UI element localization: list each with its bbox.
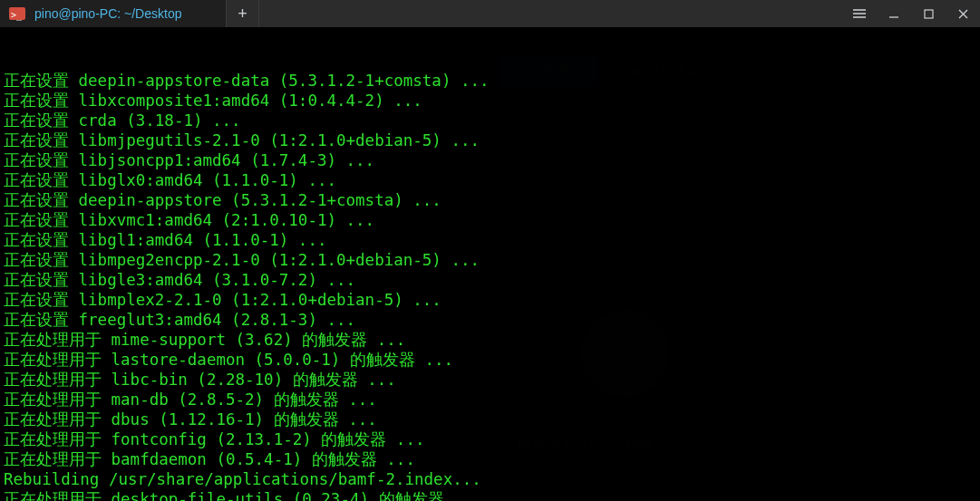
terminal-line: 正在设置 libmjpegutils-2.1-0 (1:2.1.0+debian… (4, 130, 976, 150)
terminal-line: 正在设置 libmpeg2encpp-2.1-0 (1:2.1.0+debian… (4, 250, 976, 270)
terminal-line: 正在设置 deepin-appstore-data (5.3.1.2-1+com… (4, 71, 976, 91)
terminal-line: 正在设置 libglx0:amd64 (1.1.0-1) ... (4, 170, 976, 190)
maximize-button[interactable] (911, 0, 946, 27)
terminal-line: 正在处理用于 desktop-file-utils (0.23-4) 的触发器 … (4, 489, 976, 501)
terminal-line: 正在处理用于 lastore-daemon (5.0.0-1) 的触发器 ... (4, 350, 976, 370)
terminal-line: 正在设置 libxvmc1:amd64 (2:1.0.10-1) ... (4, 210, 976, 230)
terminal-line: 正在设置 libjsoncpp1:amd64 (1.7.4-3) ... (4, 150, 976, 170)
terminal-line: 正在设置 freeglut3:amd64 (2.8.1-3) ... (4, 310, 976, 330)
terminal-output[interactable]: 正在设置 deepin-appstore-data (5.3.1.2-1+com… (0, 27, 980, 501)
terminal-line: 正在设置 deepin-appstore (5.3.1.2-1+comsta) … (4, 190, 976, 210)
terminal-line: 正在设置 libgle3:amd64 (3.1.0-7.2) ... (4, 270, 976, 290)
terminal-line: 正在设置 libmplex2-2.1-0 (1:2.1.0+debian-5) … (4, 290, 976, 310)
terminal-line: 正在处理用于 dbus (1.12.16-1) 的触发器 ... (4, 409, 976, 429)
terminal-line: 正在处理用于 bamfdaemon (0.5.4-1) 的触发器 ... (4, 449, 976, 469)
terminal-line: 正在设置 libgl1:amd64 (1.1.0-1) ... (4, 230, 976, 250)
window-titlebar: pino@pino-PC: ~/Desktop + (0, 0, 980, 27)
window-controls (842, 0, 980, 27)
terminal-icon (9, 7, 25, 20)
close-button[interactable] (946, 0, 980, 27)
titlebar-spacer (259, 0, 842, 27)
terminal-line: 正在处理用于 libc-bin (2.28-10) 的触发器 ... (4, 370, 976, 390)
new-tab-button[interactable]: + (227, 0, 259, 27)
terminal-line: Rebuilding /usr/share/applications/bamf-… (4, 469, 976, 489)
terminal-line: 正在处理用于 mime-support (3.62) 的触发器 ... (4, 330, 976, 350)
svg-rect-0 (925, 10, 933, 18)
terminal-line: 正在设置 crda (3.18-1) ... (4, 111, 976, 130)
tab-title: pino@pino-PC: ~/Desktop (34, 4, 181, 24)
terminal-line: 正在处理用于 fontconfig (2.13.1-2) 的触发器 ... (4, 429, 976, 449)
menu-button[interactable] (842, 0, 877, 27)
minimize-button[interactable] (877, 0, 911, 27)
terminal-line: 正在设置 libxcomposite1:amd64 (1:0.4.4-2) ..… (4, 91, 976, 111)
terminal-line: 正在处理用于 man-db (2.8.5-2) 的触发器 ... (4, 390, 976, 409)
terminal-tab[interactable]: pino@pino-PC: ~/Desktop (0, 0, 227, 27)
